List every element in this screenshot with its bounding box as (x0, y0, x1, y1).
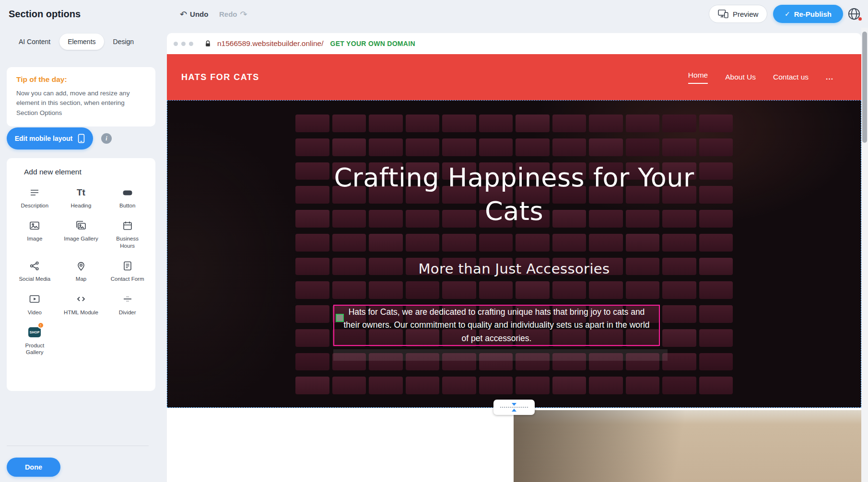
hero-tile (442, 115, 476, 132)
element-resize-handle[interactable] (336, 314, 344, 322)
hero-tile (626, 281, 660, 299)
undo-button[interactable]: ↶ Undo (180, 9, 208, 19)
republish-button[interactable]: ✓ Re-Publish (773, 5, 843, 23)
language-globe-button[interactable] (847, 7, 861, 21)
sidebar-tabs: AI Content Elements Design (11, 34, 142, 50)
hero-tile (699, 353, 733, 371)
hero-tile (699, 329, 733, 347)
element-item-button[interactable]: Button (104, 186, 151, 209)
button-icon (121, 186, 134, 199)
hero-tile (479, 138, 513, 156)
element-item-video[interactable]: Video (12, 293, 58, 316)
element-item-heading[interactable]: Tt Heading (58, 186, 105, 209)
preview-button[interactable]: Preview (709, 5, 767, 23)
hero-tile (295, 305, 329, 323)
element-item-html-module[interactable]: HTML Module (58, 293, 105, 316)
hero-tile (516, 138, 550, 156)
tab-design[interactable]: Design (105, 34, 142, 50)
section-resize-handle[interactable] (493, 400, 535, 415)
contact-form-icon (121, 259, 134, 272)
redo-button[interactable]: Redo ↷ (219, 9, 247, 19)
hero-tile (662, 115, 696, 132)
nav-item-home[interactable]: Home (688, 71, 708, 84)
hero-tile (552, 377, 586, 394)
info-icon[interactable]: i (101, 133, 112, 144)
nav-item-contact-us[interactable]: Contact us (773, 73, 809, 81)
hero-tile (406, 281, 440, 299)
hero-paragraph-text[interactable]: Hats for Cats, we are dedicated to craft… (342, 306, 651, 344)
hero-tile (406, 377, 440, 394)
done-button[interactable]: Done (7, 458, 60, 477)
nav-item-about-us[interactable]: About Us (725, 73, 756, 81)
hero-tile (406, 234, 440, 252)
hero-tile (516, 281, 550, 299)
hero-tile (295, 377, 329, 394)
page-title: Section options (9, 9, 81, 20)
site-nav: Home About Us Contact us ... (688, 71, 833, 84)
hero-tile (516, 377, 550, 394)
scrollbar-thumb[interactable] (862, 32, 867, 143)
html-module-icon (74, 293, 87, 306)
add-new-element-panel: Add new element Description Tt Heading (7, 158, 155, 391)
hero-tile (662, 329, 696, 347)
hero-tile (295, 162, 329, 180)
element-item-image-gallery[interactable]: Image Gallery (58, 219, 105, 249)
hero-tile (626, 138, 660, 156)
hero-tile (589, 115, 623, 132)
tab-elements[interactable]: Elements (59, 34, 104, 50)
sidebar: AI Content Elements Design Tip of the da… (0, 28, 167, 482)
hero-tile (552, 138, 586, 156)
hero-tile (295, 234, 329, 252)
hero-tile (295, 138, 329, 156)
hero-tile (332, 115, 366, 132)
hero-subheading[interactable]: More than Just Accessories (167, 261, 861, 277)
hero-section-selected[interactable]: Crafting Happiness for Your Cats More th… (167, 100, 861, 408)
site-url: n1566589.websitebuilder.online/ (217, 39, 323, 48)
image-gallery-icon (74, 219, 87, 232)
hero-tile (626, 377, 660, 394)
element-item-business-hours[interactable]: Business Hours (104, 219, 151, 249)
site-logo[interactable]: HATS FOR CATS (181, 72, 259, 82)
republish-label: Re-Publish (794, 10, 832, 18)
tab-ai-content[interactable]: AI Content (11, 34, 59, 50)
hero-tile (552, 115, 586, 132)
hero-tile (662, 281, 696, 299)
hero-tile (295, 210, 329, 228)
lock-icon (204, 40, 211, 48)
devices-icon (718, 10, 728, 18)
preview-label: Preview (733, 10, 758, 18)
element-item-image[interactable]: Image (12, 219, 58, 249)
window-dot-icon (181, 42, 186, 46)
hero-heading[interactable]: Crafting Happiness for Your Cats (332, 161, 696, 228)
hero-tile (332, 234, 366, 252)
description-icon (28, 186, 41, 199)
hero-tile (332, 377, 366, 394)
hero-tile (516, 234, 550, 252)
page-scrollbar (861, 28, 868, 482)
arrow-down-icon (512, 403, 516, 406)
hero-tile (369, 377, 403, 394)
business-hours-icon (121, 219, 134, 232)
hero-tile (332, 281, 366, 299)
element-grid: Description Tt Heading Button Ima (12, 186, 151, 356)
edit-mobile-layout-button[interactable]: Edit mobile layout (7, 127, 93, 149)
redo-icon: ↷ (240, 9, 247, 19)
get-domain-link[interactable]: GET YOUR OWN DOMAIN (330, 40, 415, 47)
hero-tile (589, 377, 623, 394)
hero-tile (699, 210, 733, 228)
element-item-map[interactable]: Map (58, 259, 105, 282)
hero-tile (442, 234, 476, 252)
hero-tile (699, 377, 733, 394)
hero-tile (699, 162, 733, 180)
done-label: Done (25, 463, 42, 471)
element-item-contact-form[interactable]: Contact Form (104, 259, 151, 282)
element-item-description[interactable]: Description (12, 186, 58, 209)
notification-dot (858, 17, 862, 21)
element-item-product-gallery[interactable]: SHOP ↑ Product Gallery (12, 326, 58, 356)
hero-tile (479, 281, 513, 299)
hero-paragraph-selected[interactable]: Hats for Cats, we are dedicated to craft… (333, 305, 660, 346)
element-item-divider[interactable]: Divider (104, 293, 151, 316)
element-item-social-media[interactable]: Social Media (12, 259, 58, 282)
nav-item-more[interactable]: ... (826, 73, 833, 81)
hero-tile (626, 115, 660, 132)
